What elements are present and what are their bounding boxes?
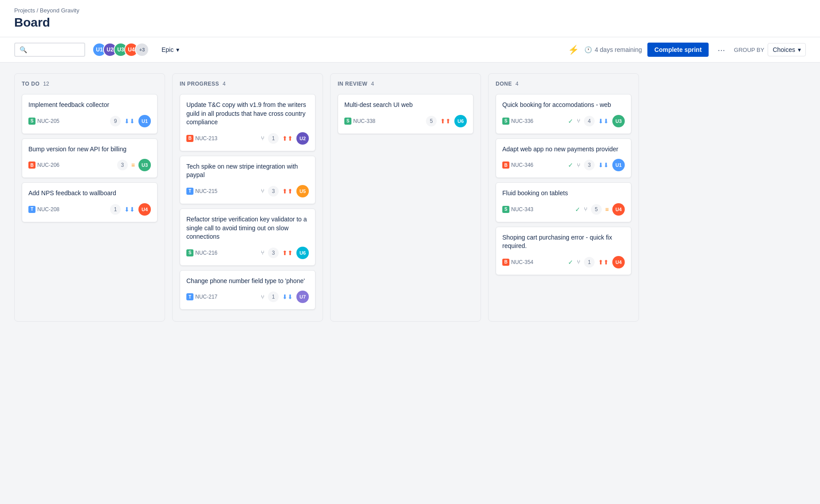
- story-points: 1: [268, 291, 279, 302]
- card-title: Refactor stripe verification key validat…: [186, 215, 309, 241]
- issue-type-icon: S: [502, 206, 509, 213]
- issue-badge: B NUC-206: [28, 161, 59, 169]
- issue-key: NUC-217: [195, 294, 217, 300]
- pr-icon: ⑂: [261, 135, 264, 142]
- card-title: Multi-dest search UI web: [344, 101, 467, 110]
- page-title: Board: [14, 16, 806, 37]
- card[interactable]: Add NPS feedback to wallboard T NUC-208 …: [22, 182, 158, 222]
- avatar: U3: [612, 115, 625, 127]
- issue-badge: T NUC-208: [28, 206, 59, 213]
- avatar-more[interactable]: +3: [135, 43, 149, 57]
- card-meta: T NUC-215 ⑂ 3 ⬆⬆ U5: [186, 185, 309, 197]
- avatar: U5: [296, 185, 309, 197]
- column-inprogress: IN PROGRESS 4 Update T&C copy with v1.9 …: [172, 73, 323, 322]
- sprint-actions: ⚡ 🕐 4 days remaining Complete sprint ···: [568, 43, 729, 57]
- epic-label: Epic: [162, 46, 173, 53]
- card[interactable]: Implement feedback collector S NUC-205 9…: [22, 94, 158, 134]
- issue-type-icon: S: [502, 118, 509, 125]
- story-points: 1: [268, 133, 279, 144]
- card-meta: T NUC-217 ⑂ 1 ⬇⬇ U7: [186, 291, 309, 303]
- avatar: U4: [138, 203, 151, 216]
- breadcrumb: Projects / Beyond Gravity: [14, 7, 806, 14]
- chevron-down-icon: ▾: [176, 46, 179, 53]
- toolbar-right: ⚡ 🕐 4 days remaining Complete sprint ···…: [568, 43, 806, 57]
- column-title: IN PROGRESS: [180, 81, 219, 87]
- card-meta: B NUC-346 ✓ ⑂ 3 ⬇⬇ U1: [502, 159, 625, 171]
- check-icon: ✓: [568, 118, 573, 125]
- pr-icon: ⑂: [261, 188, 264, 194]
- toolbar: 🔍 U1 U2 U3 U4 +3 Epic ▾ ⚡ 🕐 4 days remai…: [0, 37, 820, 63]
- issue-key: NUC-343: [511, 206, 533, 213]
- issue-badge: S NUC-336: [502, 118, 533, 125]
- pr-icon: ⑂: [577, 118, 580, 124]
- avatar: U2: [296, 132, 309, 145]
- header: Projects / Beyond Gravity Board: [0, 0, 820, 37]
- column-inreview: IN REVIEW 4 Multi-dest search UI web S N…: [330, 73, 481, 322]
- card[interactable]: Quick booking for accomodations - web S …: [496, 94, 631, 134]
- issue-key: NUC-354: [511, 259, 533, 265]
- card[interactable]: Multi-dest search UI web S NUC-338 5 ⬆⬆ …: [338, 94, 473, 134]
- avatar: U7: [296, 291, 309, 303]
- story-points: 5: [426, 116, 437, 126]
- card-meta: B NUC-213 ⑂ 1 ⬆⬆ U2: [186, 132, 309, 145]
- card[interactable]: Adapt web app no new payments provider B…: [496, 138, 631, 178]
- story-points: 3: [117, 160, 128, 170]
- column-count: 4: [223, 81, 226, 87]
- issue-type-icon: B: [28, 161, 35, 169]
- card-meta: S NUC-205 9 ⬇⬇ U1: [28, 115, 151, 127]
- card[interactable]: Bump version for new API for billing B N…: [22, 138, 158, 178]
- card-title: Update T&C copy with v1.9 from the write…: [186, 101, 309, 127]
- issue-key: NUC-346: [511, 162, 533, 168]
- card-title: Adapt web app no new payments provider: [502, 145, 625, 154]
- check-icon: ✓: [568, 161, 573, 169]
- card[interactable]: Tech spike on new stripe integration wit…: [180, 156, 315, 204]
- issue-key: NUC-215: [195, 188, 217, 194]
- issue-type-icon: B: [502, 259, 509, 266]
- story-points: 3: [268, 186, 279, 197]
- pr-icon: ⑂: [261, 249, 264, 256]
- more-options-button[interactable]: ···: [714, 43, 729, 57]
- avatar: U1: [612, 159, 625, 171]
- complete-sprint-button[interactable]: Complete sprint: [647, 43, 709, 57]
- group-by-value: Choices: [773, 46, 795, 53]
- card[interactable]: Shoping cart purchasing error - quick fi…: [496, 227, 631, 275]
- card-meta: S NUC-216 ⑂ 3 ⬆⬆ U6: [186, 247, 309, 259]
- avatar: U4: [612, 203, 625, 216]
- epic-filter-button[interactable]: Epic ▾: [156, 43, 185, 56]
- card-meta: T NUC-208 1 ⬇⬇ U4: [28, 203, 151, 216]
- card[interactable]: Change phone number field type to 'phone…: [180, 270, 315, 310]
- issue-type-icon: S: [186, 249, 193, 256]
- card[interactable]: Refactor stripe verification key validat…: [180, 209, 315, 266]
- group-by-section: GROUP BY Choices ▾: [734, 43, 806, 56]
- issue-key: NUC-216: [195, 250, 217, 256]
- issue-badge: S NUC-205: [28, 118, 59, 125]
- search-box[interactable]: 🔍: [14, 43, 85, 57]
- card-meta: S NUC-338 5 ⬆⬆ U6: [344, 115, 467, 127]
- card[interactable]: Fluid booking on tablets S NUC-343 ✓ ⑂ 5…: [496, 182, 631, 222]
- issue-key: NUC-205: [37, 118, 59, 124]
- column-done: DONE 4 Quick booking for accomodations -…: [488, 73, 639, 322]
- column-header: IN PROGRESS 4: [180, 81, 315, 87]
- board: TO DO 12 Implement feedback collector S …: [0, 63, 820, 332]
- issue-key: NUC-338: [353, 118, 375, 124]
- check-icon: ✓: [568, 259, 573, 266]
- issue-key: NUC-213: [195, 135, 217, 142]
- issue-badge: B NUC-354: [502, 259, 533, 266]
- issue-badge: S NUC-343: [502, 206, 533, 213]
- pr-icon: ⑂: [577, 259, 580, 265]
- issue-type-icon: T: [28, 206, 35, 213]
- card[interactable]: Update T&C copy with v1.9 from the write…: [180, 94, 315, 151]
- issue-type-icon: T: [186, 188, 193, 195]
- card-title: Implement feedback collector: [28, 101, 151, 110]
- group-by-select[interactable]: Choices ▾: [768, 43, 806, 56]
- column-count: 4: [371, 81, 374, 87]
- story-points: 5: [591, 204, 602, 215]
- search-input[interactable]: [30, 46, 80, 53]
- pr-icon: ⑂: [577, 162, 580, 169]
- clock-icon: 🕐: [584, 46, 592, 53]
- card-title: Add NPS feedback to wallboard: [28, 189, 151, 198]
- issue-badge: B NUC-213: [186, 135, 217, 142]
- card-title: Quick booking for accomodations - web: [502, 101, 625, 110]
- lightning-icon[interactable]: ⚡: [568, 44, 579, 55]
- issue-badge: T NUC-215: [186, 188, 217, 195]
